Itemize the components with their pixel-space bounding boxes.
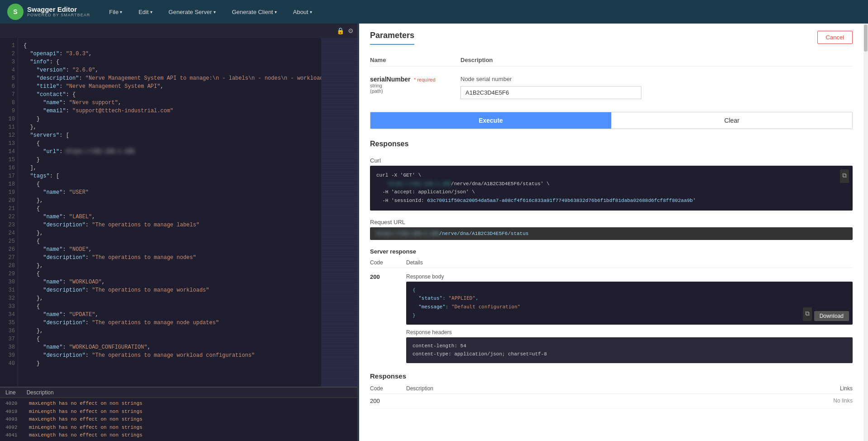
nav-generate-server[interactable]: Generate Server ▾ [166,7,218,17]
console-line-num: 4020 [5,400,24,408]
lock-icon[interactable]: 🔒 [337,27,344,34]
editor-toolbar: 🔒 ⚙ [0,24,357,38]
responses-table-header: Code Description Links [370,383,853,394]
curl-line-1: curl -X 'GET' \ [376,171,846,180]
param-row: serialNumber * required string (path) No… [370,70,853,105]
rb-status-code: 200 [370,398,406,404]
logo-text: Swagger Editor POWERED BY SMARTBEAR [27,6,90,18]
console-body: 4020 maxLength has no effect on non stri… [0,398,357,441]
line-numbers: 12345 678910 1112131415 1617181920 21222… [0,38,18,387]
cancel-button[interactable]: Cancel [817,31,853,44]
responses-bottom-title: Responses [370,372,853,380]
response-headers-label: Response headers [406,329,853,336]
logo: S Swagger Editor POWERED BY SMARTBEAR [7,4,90,20]
console-line-num: 4092 [5,424,24,432]
param-info: serialNumber * required string (path) [370,76,460,94]
rb-col-code: Code [370,385,406,392]
logo-icon: S [7,4,24,20]
param-description: Node serial number [460,76,853,82]
curl-box: curl -X 'GET' \ https://192.168.1.100/ne… [370,166,853,211]
console-message: maxLength has no effect on non strings [29,416,142,424]
chevron-down-icon: ▾ [213,10,216,14]
header-content-length: content-length: 54 [413,342,846,350]
console-message: minLength has no effect on non strings [29,408,142,416]
params-table-header: Name Description [370,54,853,67]
execute-button[interactable]: Execute [370,112,611,129]
scrollbar-thumb[interactable] [864,24,868,52]
responses-title: Responses [370,140,853,148]
list-item: 4019 minLength has no effect on non stri… [5,408,352,416]
parameters-header: Parameters Cancel [370,31,853,50]
srv-details: Response body { "status": "APPLIED", "me… [406,273,853,369]
console-col-desc: Description [27,389,54,396]
chevron-down-icon: ▾ [275,10,277,14]
editor-panel: 🔒 ⚙ 12345 678910 1112131415 1617181920 2… [0,24,357,441]
nav-about[interactable]: About ▾ [290,7,315,17]
curl-line-2: https://192.168.1.100/nerve/dna/A1B2C3D4… [376,180,846,188]
col-description-header: Description [460,57,853,63]
chevron-down-icon: ▾ [310,10,312,14]
request-url-box: https://192.168.1.100/nerve/dna/A1B2C3D4… [370,227,853,240]
srv-col-details: Details [406,259,853,266]
response-body-box: { "status": "APPLIED", "message": "Defau… [406,282,853,325]
top-navigation: S Swagger Editor POWERED BY SMARTBEAR Fi… [0,0,868,24]
action-buttons: Execute Clear [370,112,853,129]
server-response-table-header: Code Details [370,258,853,268]
copy-body-icon[interactable]: ⧉ [803,307,812,321]
srv-code: 200 [370,273,406,280]
param-type: string [370,83,460,88]
console-header: Line Description [0,388,357,398]
app-subtitle: POWERED BY SMARTBEAR [27,13,90,18]
editor-area[interactable]: 12345 678910 1112131415 1617181920 21222… [0,38,357,387]
table-row: 200 No links [370,394,853,408]
rb-links: No links [798,398,853,404]
rb-col-description: Description [406,385,798,392]
clear-button[interactable]: Clear [611,112,852,129]
response-body-label: Response body [406,273,853,280]
list-item: 4092 minLength has no effect on non stri… [5,424,352,432]
curl-line-4: -H 'sessionId: 63c70011f50ca20054da5aa7-… [376,197,846,205]
nav-file[interactable]: File ▾ [106,7,125,17]
server-response-label: Server response [370,248,853,255]
list-item: 4041 maxLength has no effect on non stri… [5,431,352,440]
list-item: 4020 maxLength has no effect on non stri… [5,400,352,408]
list-item: 4093 maxLength has no effect on non stri… [5,416,352,424]
response-body-content: { "status": "APPLIED", "message": "Defau… [413,286,846,320]
serial-number-input[interactable] [460,86,641,99]
main-layout: 🔒 ⚙ 12345 678910 1112131415 1617181920 2… [0,24,868,441]
console-line-num: 4041 [5,431,24,440]
chevron-down-icon: ▾ [120,10,122,14]
rb-col-links: Links [798,385,853,392]
console-col-line: Line [5,389,16,396]
parameters-title: Parameters [370,31,414,45]
app-title: Swagger Editor [27,6,90,14]
right-scrollbar[interactable] [863,24,868,441]
console-panel: Line Description 4020 maxLength has no e… [0,387,357,441]
console-message: maxLength has no effect on non strings [29,400,142,408]
minimap [321,38,357,387]
nav-edit[interactable]: Edit ▾ [136,7,155,17]
console-message: maxLength has no effect on non strings [29,431,142,440]
curl-label: Curl [370,157,853,164]
srv-col-code: Code [370,259,406,266]
chevron-down-icon: ▾ [150,10,152,14]
request-url-label: Request URL [370,219,853,225]
col-name-header: Name [370,57,460,63]
copy-curl-icon[interactable]: ⧉ [840,169,849,183]
param-location: (path) [370,88,460,94]
response-headers-box: content-length: 54 content-type: applica… [406,337,853,363]
server-response-row: 200 Response body { "status": "APPLIED",… [370,271,853,372]
param-required: * required [414,77,436,82]
console-line-num: 4093 [5,416,24,424]
param-name: serialNumber [370,76,410,83]
console-line-num: 4019 [5,408,24,416]
curl-line-3: -H 'accept: application/json' \ [376,188,846,197]
header-content-type: content-type: application/json; charset=… [413,350,846,359]
nav-generate-client[interactable]: Generate Client ▾ [229,7,280,17]
download-button[interactable]: Download [814,311,849,321]
param-description-area: Node serial number [460,76,853,99]
console-message: minLength has no effect on non strings [29,424,142,432]
right-panel: Parameters Cancel Name Description seria… [359,24,863,441]
settings-icon[interactable]: ⚙ [348,27,354,34]
code-editor[interactable]: { "openapi": "3.0.3", "info": { "version… [18,38,321,387]
